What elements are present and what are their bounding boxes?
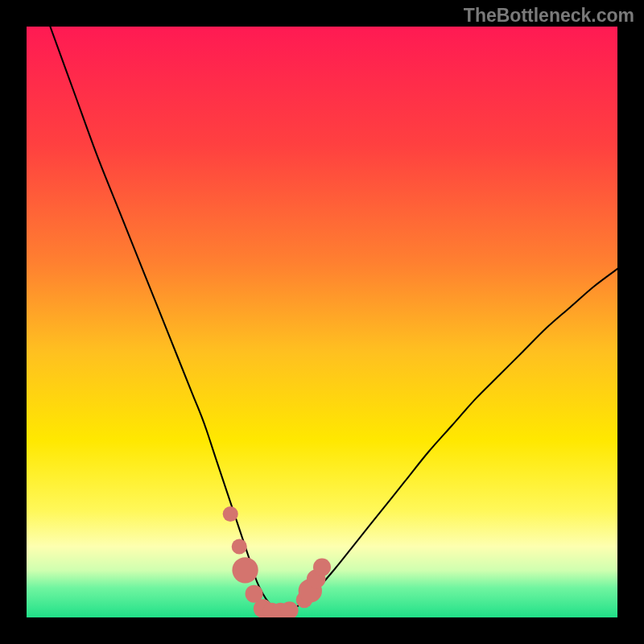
data-markers <box>223 506 331 617</box>
marker-point <box>313 559 331 576</box>
plot-area <box>27 27 617 617</box>
bottleneck-curve <box>50 27 617 612</box>
watermark-text: TheBottleneck.com <box>464 5 634 27</box>
curve-layer <box>27 27 617 617</box>
marker-point <box>232 539 247 554</box>
chart-container: TheBottleneck.com <box>0 0 644 644</box>
marker-point <box>232 557 258 583</box>
marker-point <box>223 506 238 522</box>
